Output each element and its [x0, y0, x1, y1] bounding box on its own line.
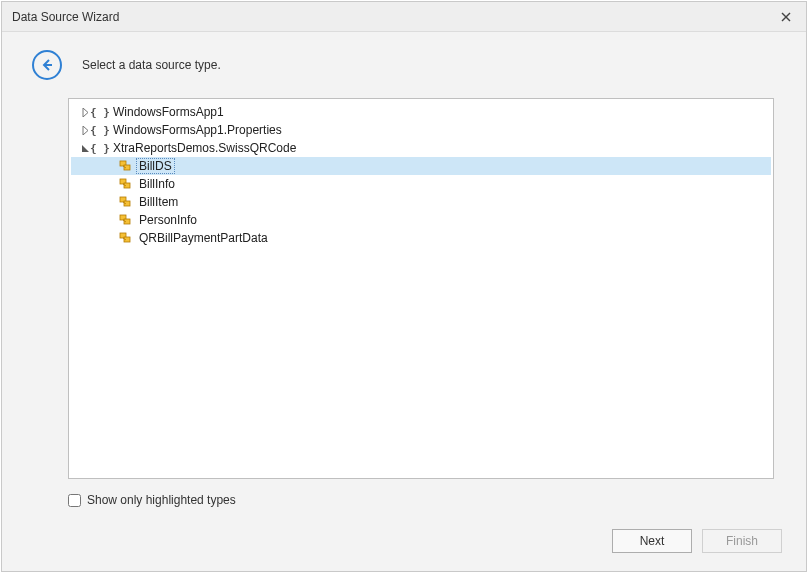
finish-button-label: Finish: [726, 534, 758, 548]
show-highlighted-checkbox-input[interactable]: [68, 494, 81, 507]
finish-button: Finish: [702, 529, 782, 553]
tree-namespace-node[interactable]: { }WindowsFormsApp1: [71, 103, 771, 121]
class-icon: [119, 177, 133, 191]
tree-node-label: PersonInfo: [137, 213, 199, 227]
tree-node-label: BillItem: [137, 195, 180, 209]
close-button[interactable]: [776, 7, 796, 27]
window-title: Data Source Wizard: [12, 10, 776, 24]
class-icon: [119, 159, 133, 173]
show-highlighted-checkbox[interactable]: Show only highlighted types: [68, 489, 774, 511]
titlebar: Data Source Wizard: [2, 2, 806, 32]
wizard-window: Data Source Wizard Select a data source …: [1, 1, 807, 572]
tree-node-label: BillInfo: [137, 177, 177, 191]
tree-class-node[interactable]: BillDS: [71, 157, 771, 175]
tree-namespace-node[interactable]: { }WindowsFormsApp1.Properties: [71, 121, 771, 139]
header-row: Select a data source type.: [2, 32, 806, 98]
instruction-text: Select a data source type.: [82, 58, 221, 72]
class-icon: [119, 195, 133, 209]
tree-node-label: XtraReportsDemos.SwissQRCode: [111, 141, 298, 155]
back-button[interactable]: [32, 50, 62, 80]
namespace-icon: { }: [93, 105, 107, 119]
class-icon: [119, 213, 133, 227]
tree-view[interactable]: { }WindowsFormsApp1{ }WindowsFormsApp1.P…: [68, 98, 774, 479]
tree-node-label: QRBillPaymentPartData: [137, 231, 270, 245]
class-icon: [119, 231, 133, 245]
tree-class-node[interactable]: BillInfo: [71, 175, 771, 193]
tree-class-node[interactable]: QRBillPaymentPartData: [71, 229, 771, 247]
close-icon: [781, 12, 791, 22]
tree-node-label: WindowsFormsApp1.Properties: [111, 123, 284, 137]
back-arrow-icon: [39, 57, 55, 73]
tree-class-node[interactable]: PersonInfo: [71, 211, 771, 229]
tree-node-label: BillDS: [137, 159, 174, 173]
tree-namespace-node[interactable]: { }XtraReportsDemos.SwissQRCode: [71, 139, 771, 157]
next-button-label: Next: [640, 534, 665, 548]
tree-class-node[interactable]: BillItem: [71, 193, 771, 211]
tree-node-label: WindowsFormsApp1: [111, 105, 226, 119]
namespace-icon: { }: [93, 141, 107, 155]
namespace-icon: { }: [93, 123, 107, 137]
button-row: Next Finish: [2, 515, 806, 571]
next-button[interactable]: Next: [612, 529, 692, 553]
show-highlighted-label: Show only highlighted types: [87, 493, 236, 507]
